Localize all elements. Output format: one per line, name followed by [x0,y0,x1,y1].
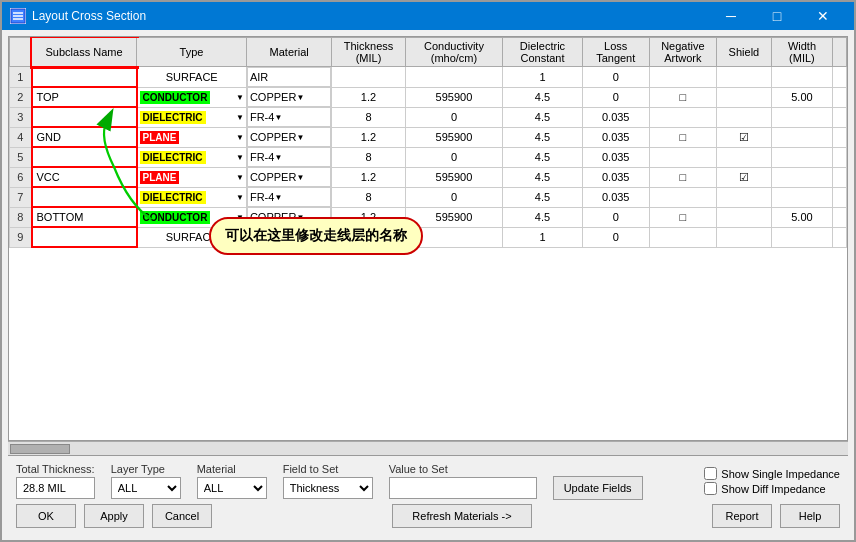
cancel-button[interactable]: Cancel [152,504,212,528]
material-cell[interactable]: AIR [247,67,331,87]
table-row: 1SURFACEAIR10 [10,67,847,88]
negative-artwork-cell[interactable] [649,227,716,247]
scrollbar-thumb[interactable] [10,444,70,454]
row-number: 4 [10,127,32,147]
ok-button[interactable]: OK [16,504,76,528]
update-fields-button[interactable]: Update Fields [553,476,643,500]
shield-cell[interactable] [716,107,771,127]
thickness-cell: 8 [332,147,405,167]
bottom-row-buttons: OK Apply Cancel Refresh Materials -> Rep… [16,504,840,528]
layer-type-select[interactable]: ALL [111,477,181,499]
type-cell[interactable]: DIELECTRIC▼ [137,107,247,127]
apply-button[interactable]: Apply [84,504,144,528]
shield-cell[interactable]: ☑ [716,167,771,187]
field-to-set-select[interactable]: Thickness [283,477,373,499]
subclass-name-cell[interactable] [32,107,137,127]
col-header-width: Width(MIL) [771,38,832,67]
shield-cell[interactable] [716,87,771,107]
diff-impedance-checkbox[interactable] [704,482,717,495]
shield-cell[interactable] [716,227,771,247]
material-select[interactable]: ALL [197,477,267,499]
table-container[interactable]: Subclass Name Type Material Thickness(MI… [8,36,848,441]
single-impedance-checkbox[interactable] [704,467,717,480]
conductivity-cell: 595900 [405,207,503,227]
thickness-cell: 1.2 [332,87,405,107]
horizontal-scrollbar[interactable] [8,441,848,455]
material-cell[interactable]: COPPER▼ [247,167,331,187]
thickness-cell: 8 [332,187,405,207]
conductivity-cell: 595900 [405,167,503,187]
negative-artwork-cell[interactable] [649,67,716,88]
shield-cell[interactable] [716,67,771,88]
table-row: 3DIELECTRIC▼FR-4▼804.50.035 [10,107,847,127]
material-group: Material ALL [197,463,267,499]
negative-artwork-cell[interactable]: □ [649,167,716,187]
title-bar-text: Layout Cross Section [32,9,708,23]
material-cell[interactable]: COPPER▼ [247,87,331,107]
conductivity-cell: 595900 [405,127,503,147]
value-to-set-input[interactable] [389,477,537,499]
subclass-name-cell[interactable] [32,227,137,247]
negative-artwork-cell[interactable]: □ [649,87,716,107]
subclass-name-cell[interactable]: GND [32,127,137,147]
material-cell[interactable]: FR-4▼ [247,187,331,207]
report-button[interactable]: Report [712,504,772,528]
bottom-row-fields: Total Thickness: 28.8 MIL Layer Type ALL… [16,462,840,500]
subclass-name-cell[interactable]: TOP [32,87,137,107]
width-cell [771,147,832,167]
type-cell[interactable]: SURFACE [137,67,247,88]
conductivity-cell: 0 [405,187,503,207]
table-row: 5DIELECTRIC▼FR-4▼804.50.035 [10,147,847,167]
material-cell[interactable]: FR-4▼ [247,147,331,167]
diff-impedance-row: Show Diff Impedance [704,482,840,495]
conductivity-cell [405,67,503,88]
row-number: 3 [10,107,32,127]
help-button[interactable]: Help [780,504,840,528]
type-cell[interactable]: PLANE▼ [137,167,247,187]
negative-artwork-cell[interactable] [649,107,716,127]
refresh-materials-button[interactable]: Refresh Materials -> [392,504,532,528]
main-window: Layout Cross Section ─ □ ✕ Subclass Name… [0,0,856,542]
dielectric-cell: 4.5 [503,147,582,167]
type-cell[interactable]: DIELECTRIC▼ [137,147,247,167]
col-header-num [10,38,32,67]
row-number: 5 [10,147,32,167]
negative-artwork-cell[interactable]: □ [649,127,716,147]
subclass-name-cell[interactable] [32,147,137,167]
loss-cell: 0 [582,227,649,247]
dielectric-cell: 1 [503,227,582,247]
width-cell [771,227,832,247]
shield-cell[interactable] [716,207,771,227]
table-wrapper: Subclass Name Type Material Thickness(MI… [8,36,848,455]
subclass-name-cell[interactable]: BOTTOM [32,207,137,227]
main-content: Subclass Name Type Material Thickness(MI… [2,30,854,540]
maximize-button[interactable]: □ [754,2,800,30]
thickness-cell: 1.2 [332,167,405,187]
loss-cell: 0 [582,67,649,88]
dielectric-cell: 4.5 [503,107,582,127]
conductivity-cell: 0 [405,107,503,127]
close-button[interactable]: ✕ [800,2,846,30]
minimize-button[interactable]: ─ [708,2,754,30]
type-cell[interactable]: CONDUCTOR▼ [137,87,247,107]
material-cell[interactable]: COPPER▼ [247,127,331,147]
thickness-cell: 1.2 [332,127,405,147]
row-number: 7 [10,187,32,207]
shield-cell[interactable]: ☑ [716,127,771,147]
shield-cell[interactable] [716,187,771,207]
negative-artwork-cell[interactable] [649,147,716,167]
subclass-name-cell[interactable] [32,187,137,207]
table-row: 8BOTTOMCONDUCTOR▼COPPER▼1.25959004.50□5.… [10,207,847,227]
loss-cell: 0.035 [582,107,649,127]
shield-cell[interactable] [716,147,771,167]
type-cell[interactable]: PLANE▼ [137,127,247,147]
subclass-name-cell[interactable]: VCC [32,167,137,187]
single-impedance-label: Show Single Impedance [721,468,840,480]
row-number: 8 [10,207,32,227]
title-bar-controls: ─ □ ✕ [708,2,846,30]
material-cell[interactable]: FR-4▼ [247,107,331,127]
type-cell[interactable]: DIELECTRIC▼ [137,187,247,207]
subclass-name-cell[interactable] [32,67,137,88]
negative-artwork-cell[interactable] [649,187,716,207]
negative-artwork-cell[interactable]: □ [649,207,716,227]
